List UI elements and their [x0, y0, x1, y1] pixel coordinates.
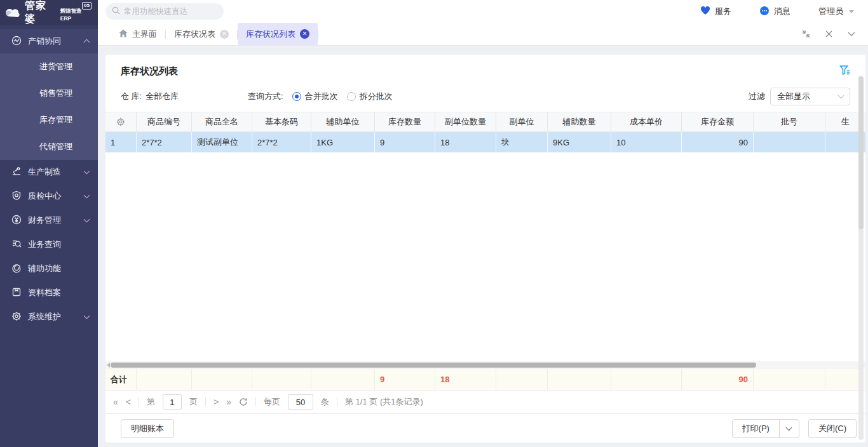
inventory-list-panel: 库存状况列表 仓 库: 全部仓库 查询方式: 合并批次 [105, 55, 865, 443]
pager-divider [139, 397, 139, 406]
total-stock-amount: 90 [682, 369, 754, 390]
column-header[interactable]: 辅助数量 [548, 112, 611, 131]
tab-inventory-status-list[interactable]: 库存状况列表 ✕ [238, 23, 318, 45]
warehouse-label: 仓 库: [121, 91, 142, 102]
sidebar-subitem-consignment[interactable]: 代销管理 [0, 133, 98, 160]
column-header[interactable]: 辅助单位 [311, 112, 375, 131]
sidebar-item-system-maintenance[interactable]: 系统维护 [0, 305, 98, 329]
user-menu[interactable]: 管理员 [818, 6, 854, 17]
sidebar-item-manufacturing[interactable]: 生产制造 [0, 160, 98, 184]
column-header[interactable]: 商品编号 [137, 112, 192, 131]
sidebar-item-label: 产销协同 [28, 36, 78, 47]
tab-inventory-status[interactable]: 库存状况表 ✕ [166, 23, 237, 45]
sidebar-item-quality[interactable]: 质检中心 [0, 184, 98, 208]
page-title: 库存状况列表 [121, 65, 178, 77]
filter-label: 过滤 [749, 91, 765, 102]
filter-select[interactable]: 全部显示 [770, 88, 850, 105]
message-menu[interactable]: 消息 [759, 6, 790, 18]
scrollbar-thumb[interactable] [858, 76, 864, 229]
search-input[interactable] [124, 7, 213, 16]
cell-product-code: 2*7*2 [137, 132, 192, 152]
collapse-icon[interactable] [848, 32, 855, 37]
column-header[interactable]: 成本单价 [611, 112, 682, 131]
vertical-scrollbar[interactable] [858, 76, 864, 440]
tab-close-icon[interactable]: ✕ [220, 30, 229, 39]
radio-split-batch[interactable]: 拆分批次 [347, 91, 393, 102]
main-area: 服务 消息 管理员 主界面 库存状况表 ✕ [98, 0, 868, 447]
tab-label: 库存状况列表 [246, 29, 295, 40]
sidebar-submenu: 进货管理 销售管理 库存管理 代销管理 [0, 53, 98, 160]
column-settings-header[interactable] [105, 112, 137, 131]
sidebar-subitem-sales[interactable]: 销售管理 [0, 80, 98, 107]
sidebar-item-label: 系统维护 [28, 311, 78, 323]
sidebar-item-business-query[interactable]: 业务查询 [0, 232, 98, 257]
next-page-button[interactable]: > [214, 397, 219, 407]
column-header[interactable]: 商品全名 [192, 112, 252, 131]
cell-product-name: 测试副单位 [192, 132, 252, 152]
pagination-summary: 第 1/1 页 (共1条记录) [345, 396, 423, 408]
sidebar-item-finance[interactable]: 财务管理 [0, 208, 98, 232]
pager-divider [205, 397, 206, 406]
column-header[interactable]: 批号 [754, 112, 825, 131]
radio-checked-icon [292, 92, 301, 101]
column-header[interactable]: 基本条码 [252, 112, 311, 131]
subitem-label: 销售管理 [39, 88, 72, 99]
logo-title: 管家婆 [25, 0, 57, 26]
table-row[interactable]: 1 2*7*2 测试副单位 2*7*2 1KG 9 18 块 9KG 10 90 [105, 132, 865, 152]
sidebar-item-label: 质检中心 [28, 190, 78, 202]
scroll-left-icon[interactable] [107, 363, 110, 368]
first-page-button[interactable]: « [113, 397, 118, 407]
service-heart-icon [700, 6, 710, 17]
prev-page-button[interactable]: < [126, 397, 131, 407]
total-subunit-qty: 18 [435, 369, 496, 390]
sidebar-item-production-sales[interactable]: 产销协同 [0, 29, 98, 53]
maximize-icon[interactable] [802, 30, 810, 38]
close-icon[interactable] [825, 30, 832, 37]
production-icon [11, 166, 22, 178]
sidebar-subitem-purchase[interactable]: 进货管理 [0, 53, 98, 80]
query-mode-label: 查询方式: [248, 91, 283, 102]
per-page-input[interactable] [288, 394, 313, 410]
tab-home[interactable]: 主界面 [111, 23, 165, 45]
column-header[interactable]: 库存数量 [375, 112, 435, 131]
sidebar-item-auxiliary[interactable]: 辅助功能 [0, 257, 98, 281]
column-header[interactable]: 库存金额 [682, 112, 754, 131]
service-menu[interactable]: 服务 [700, 6, 731, 17]
radio-merge-batch[interactable]: 合并批次 [292, 91, 338, 102]
sidebar-subitem-inventory[interactable]: 库存管理 [0, 107, 98, 133]
pager-divider [337, 397, 337, 406]
refresh-icon[interactable] [239, 397, 248, 406]
radio-label: 合并批次 [305, 91, 338, 102]
sidebar-item-label: 财务管理 [28, 215, 78, 226]
page-number-input[interactable] [163, 394, 182, 410]
total-cell [611, 369, 682, 390]
search-lines-icon [11, 239, 22, 251]
detail-ledger-button[interactable]: 明细账本 [121, 419, 174, 438]
caret-down-icon [849, 10, 854, 13]
tab-close-icon[interactable]: ✕ [300, 29, 309, 39]
cell-stock-qty: 9 [375, 132, 435, 152]
column-header[interactable]: 副单位数量 [435, 112, 496, 131]
quick-search[interactable] [105, 3, 224, 20]
last-page-button[interactable]: » [226, 397, 231, 407]
sidebar-item-label: 资料档案 [28, 287, 89, 298]
cell-barcode: 2*7*2 [252, 132, 311, 152]
tabbar: 主界面 库存状况表 ✕ 库存状况列表 ✕ [98, 23, 868, 46]
filter-funnel-icon[interactable] [839, 65, 850, 77]
column-header[interactable]: 副单位 [496, 112, 548, 131]
print-button[interactable]: 打印(P) [732, 419, 780, 438]
chevron-down-icon [84, 313, 90, 319]
message-label: 消息 [774, 6, 790, 17]
cell-subunit: 块 [496, 132, 548, 152]
scrollbar-thumb[interactable] [111, 363, 756, 368]
print-dropdown-button[interactable] [779, 419, 799, 438]
close-button[interactable]: 关闭(C) [808, 419, 857, 438]
total-cell [192, 369, 252, 390]
tab-label: 主界面 [132, 29, 157, 40]
total-label: 合计 [105, 369, 137, 390]
horizontal-scrollbar[interactable] [105, 361, 865, 369]
total-cell [137, 369, 192, 390]
sidebar-item-archives[interactable]: 资料档案 [0, 281, 98, 305]
app-logo[interactable]: 管家婆 辉煌智造ERP 05 [0, 0, 98, 25]
sidebar-item-label: 生产制造 [28, 166, 78, 178]
